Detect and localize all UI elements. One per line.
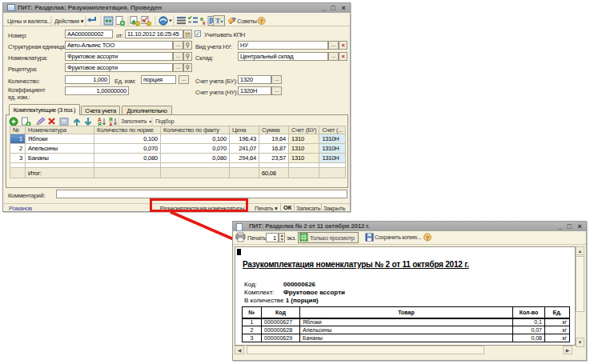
svg-text:?: ? — [232, 16, 236, 23]
svg-text:к: к — [203, 20, 206, 26]
svg-text:?: ? — [426, 234, 430, 242]
svg-text:T: T — [215, 17, 220, 25]
svg-text:?: ? — [259, 18, 263, 25]
